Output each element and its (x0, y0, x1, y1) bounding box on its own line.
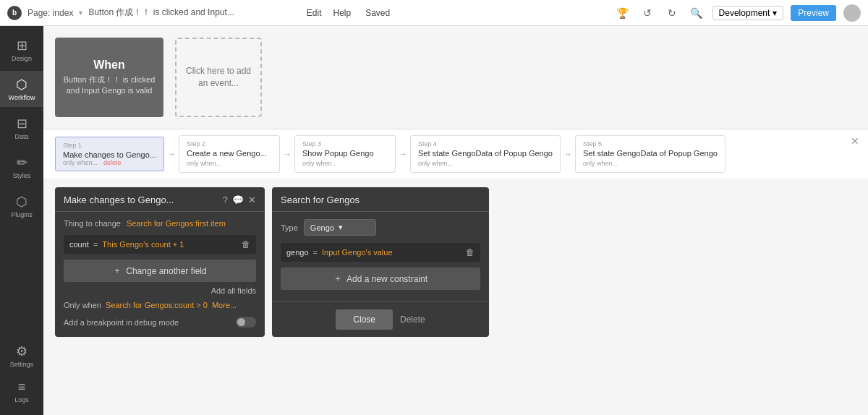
comment-icon[interactable]: 💬 (232, 194, 244, 205)
thing-row: Thing to change Search for Gengos:first … (64, 219, 256, 228)
add-field-label: Change another field (126, 266, 206, 276)
sidebar-label-data: Data (14, 133, 28, 140)
thing-value[interactable]: Search for Gengos:first item (127, 219, 226, 228)
field-value-count[interactable]: This Gengo's count + 1 (102, 240, 237, 249)
data-icon: ⊟ (17, 116, 27, 132)
step-cond-1: only when... (63, 159, 98, 166)
step-num-2: Step 2 (187, 140, 272, 147)
type-row: Type Gengo ▾ (281, 219, 480, 236)
make-changes-body: Thing to change Search for Gengos:first … (55, 212, 265, 335)
search-gengos-body: Type Gengo ▾ gengo = Input Gengo's value… (272, 212, 489, 301)
sidebar-label-logs: Logs (14, 396, 29, 403)
plugins-icon: ⬡ (16, 194, 27, 210)
type-label: Type (281, 223, 298, 232)
close-panel-icon[interactable]: ✕ (248, 194, 256, 205)
only-when-value[interactable]: Search for Gengos:count > 0 (106, 301, 208, 309)
constraint-value-gengo[interactable]: Input Gengo's value (322, 248, 461, 257)
field-row-count: count = This Gengo's count + 1 🗑 (64, 235, 256, 254)
avatar[interactable] (843, 4, 861, 22)
when-block[interactable]: When Button 作成！！ is clicked and Input Ge… (55, 38, 163, 117)
add-event-text: Click here to add an event... (184, 65, 253, 90)
delete-button[interactable]: Delete (400, 315, 425, 325)
step-arrow-4: → (563, 149, 572, 159)
sidebar-label-design: Design (12, 55, 32, 62)
preview-button[interactable]: Preview (791, 5, 836, 21)
step-cond-5: only when... (583, 160, 618, 167)
debug-label: Add a breakpoint in debug mode (64, 318, 179, 327)
help-icon[interactable]: ? (223, 194, 228, 205)
only-when-more[interactable]: More... (212, 301, 237, 309)
add-event-block[interactable]: Click here to add an event... (175, 38, 262, 117)
sidebar-label-settings: Settings (10, 361, 34, 368)
sidebar-item-data[interactable]: ⊟ Data (0, 110, 43, 146)
content-area: When Button 作成！！ is clicked and Input Ge… (43, 26, 868, 415)
step-del-1[interactable]: delete (103, 159, 122, 166)
add-field-button[interactable]: ＋ Change another field (64, 260, 256, 282)
search-icon[interactable]: 🔍 (688, 4, 705, 22)
edit-nav[interactable]: Edit (307, 8, 322, 18)
debug-toggle[interactable] (236, 317, 256, 328)
close-button[interactable]: Close (336, 309, 393, 330)
undo-icon[interactable]: ↺ (639, 4, 656, 22)
constraint-delete-gengo[interactable]: 🗑 (466, 247, 475, 257)
design-icon: ⊞ (17, 38, 27, 54)
page-arrow-icon[interactable]: ▾ (79, 9, 82, 17)
sidebar-bottom: ⚙ Settings ≡ Logs (10, 338, 34, 409)
add-constraint-label: Add a new constraint (346, 274, 427, 284)
step-name-3: Show Popup Gengo (302, 149, 388, 158)
when-description: Button 作成！！ is clicked and Input Gengo i… (62, 74, 156, 97)
step-cond-4: only when... (418, 160, 453, 167)
step-arrow-3: → (399, 149, 407, 159)
step-num-4: Step 4 (418, 140, 553, 147)
step-name-4: Set state GengoData of Popup Gengo (418, 149, 553, 158)
styles-icon: ✏ (17, 155, 27, 171)
only-when-label: Only when (64, 301, 101, 309)
add-all-link[interactable]: Add all fields (64, 286, 256, 295)
step-item-2: Step 2 Create a new Gengo... only when..… (179, 135, 280, 173)
workflow-icon: ⬡ (16, 77, 27, 93)
top-nav: Edit Help Saved (307, 8, 390, 18)
logs-icon: ≡ (18, 380, 26, 395)
add-constraint-button[interactable]: ＋ Add a new constraint (281, 268, 480, 290)
step-name-1: Make changes to Gengo... (63, 150, 156, 159)
step-num-5: Step 5 (583, 140, 718, 147)
settings-icon: ⚙ (16, 343, 27, 359)
trophy-icon[interactable]: 🏆 (614, 4, 631, 22)
step-box-3[interactable]: Step 3 Show Popup Gengo only when... (294, 135, 396, 173)
step-num-1: Step 1 (63, 142, 156, 149)
constraint-row-gengo: gengo = Input Gengo's value 🗑 (281, 243, 480, 262)
step-arrow-2: → (283, 149, 292, 159)
field-eq-count: = (93, 240, 98, 249)
help-nav[interactable]: Help (333, 8, 351, 18)
step-box-5[interactable]: Step 5 Set state GengoData of Popup Geng… (575, 135, 726, 173)
sidebar-label-styles: Styles (13, 172, 31, 179)
step-cond-2: only when... (187, 160, 221, 167)
redo-icon[interactable]: ↻ (663, 4, 681, 22)
sidebar-item-settings[interactable]: ⚙ Settings (10, 338, 34, 374)
sidebar-item-design[interactable]: ⊞ Design (0, 32, 43, 68)
constraint-eq-gengo: = (313, 248, 318, 257)
type-select[interactable]: Gengo ▾ (304, 219, 376, 236)
sidebar-label-workflow: Workflow (9, 94, 35, 101)
step-box-1[interactable]: Step 1 Make changes to Gengo... only whe… (55, 137, 164, 171)
sidebar-item-plugins[interactable]: ⬡ Plugins (0, 188, 43, 224)
make-changes-panel: Make changes to Gengo... ? 💬 ✕ Thing to … (55, 187, 265, 337)
step-box-2[interactable]: Step 2 Create a new Gengo... only when..… (179, 135, 280, 173)
env-select[interactable]: Development ▾ (712, 6, 784, 20)
step-item-4: Step 4 Set state GengoData of Popup Geng… (410, 135, 561, 173)
toggle-knob (237, 318, 245, 326)
panels-row: Make changes to Gengo... ? 💬 ✕ Thing to … (43, 179, 868, 346)
saved-badge: Saved (365, 8, 390, 18)
top-right: 🏆 ↺ ↻ 🔍 Development ▾ Preview (614, 4, 861, 22)
sidebar-item-styles[interactable]: ✏ Styles (0, 149, 43, 185)
thing-label: Thing to change (64, 219, 121, 228)
sidebar-item-workflow[interactable]: ⬡ Workflow (0, 71, 43, 107)
page-title: Page: index (27, 8, 73, 18)
debug-row: Add a breakpoint in debug mode (64, 317, 256, 328)
step-arrow-1: → (167, 149, 176, 159)
step-box-4[interactable]: Step 4 Set state GengoData of Popup Geng… (410, 135, 561, 173)
steps-close-icon[interactable]: ✕ (851, 135, 859, 147)
field-delete-count[interactable]: 🗑 (242, 239, 250, 249)
sidebar-item-logs[interactable]: ≡ Logs (10, 374, 34, 409)
search-gengos-title: Search for Gengos (281, 194, 359, 205)
